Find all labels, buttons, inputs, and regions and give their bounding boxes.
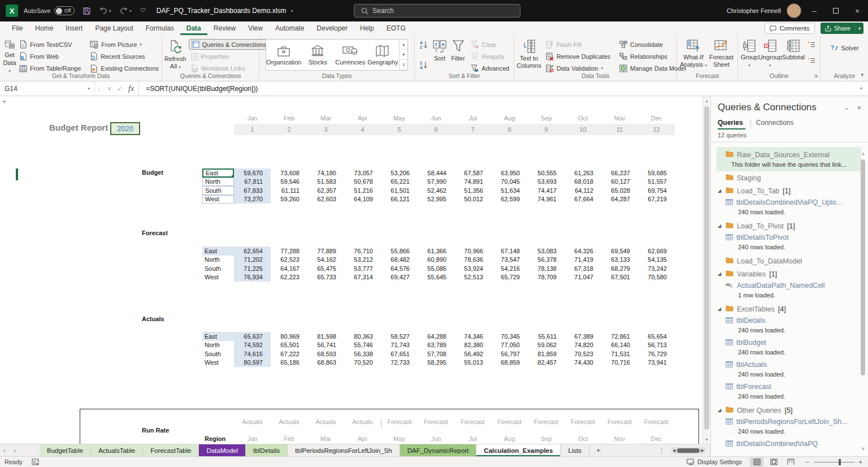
collapse-ribbon-icon[interactable]: ▾ <box>861 72 863 77</box>
value-cell[interactable]: 74,891 <box>454 178 491 187</box>
vertical-scroll-thumb[interactable] <box>704 106 709 430</box>
value-cell[interactable]: 59,062 <box>528 341 565 350</box>
query-folder-item[interactable]: ◢Other Queries[5] <box>717 404 866 417</box>
sheet-tab-daf_dynamicreport[interactable]: DAF_DynamicReport <box>400 444 477 456</box>
value-cell[interactable]: 58,527 <box>381 332 418 341</box>
refresh-all-button[interactable]: Refresh All ▾ <box>164 38 186 74</box>
value-cell[interactable]: 74,820 <box>565 341 601 350</box>
page-layout-view-button[interactable] <box>767 457 780 467</box>
value-cell[interactable]: 64,288 <box>418 332 454 341</box>
value-cell[interactable]: 65,729 <box>491 273 528 282</box>
prev-sheet-icon[interactable]: ‹ <box>3 447 6 455</box>
value-cell[interactable]: 70,966 <box>454 247 491 256</box>
panel-scroll-thumb[interactable] <box>861 159 865 375</box>
insert-function-icon[interactable]: fx <box>128 84 134 93</box>
value-cell[interactable]: 71,047 <box>565 273 601 282</box>
menu-tab-view[interactable]: View <box>242 21 269 35</box>
menu-tab-insert[interactable]: Insert <box>59 21 89 35</box>
value-cell[interactable]: 73,057 <box>344 168 381 178</box>
value-cell[interactable]: 74,616 <box>234 349 271 358</box>
forecast-sheet-button[interactable]: Forecast Sheet <box>708 38 736 74</box>
value-cell[interactable]: 64,287 <box>601 195 638 204</box>
minimize-button[interactable]: – <box>804 0 825 21</box>
horizontal-scroll-thumb[interactable] <box>677 448 699 453</box>
scroll-down-icon[interactable]: ▼ <box>703 435 710 444</box>
gallery-down-icon[interactable]: ▼ <box>400 50 407 60</box>
quick-access-menu-icon[interactable] <box>140 7 146 14</box>
value-cell[interactable]: 68,863 <box>307 358 344 367</box>
value-cell[interactable]: 59,685 <box>638 168 675 178</box>
document-title[interactable]: DAF_PQ_Tracker_Dashboards Demo.xlsm▾ <box>157 7 293 15</box>
value-cell[interactable]: 77,889 <box>307 247 344 256</box>
name-box[interactable]: G14 ▾ <box>0 81 95 96</box>
value-cell[interactable]: 77,288 <box>271 247 307 256</box>
hscroll-right-icon[interactable]: ▶ <box>701 448 704 453</box>
comments-button[interactable]: Comments <box>765 23 814 34</box>
enter-formula-icon[interactable]: ✓ <box>117 85 123 93</box>
value-cell[interactable]: 59,260 <box>271 195 307 204</box>
value-cell[interactable]: 82,457 <box>528 358 565 367</box>
value-cell[interactable]: 51,634 <box>491 186 528 195</box>
value-cell[interactable]: 74,346 <box>454 332 491 341</box>
region-cell[interactable]: South <box>202 264 234 273</box>
value-cell[interactable]: 51,557 <box>638 178 675 187</box>
outline-dialog-launcher-icon[interactable]: ⇲ <box>814 73 818 79</box>
menu-tab-eotg[interactable]: EOTG <box>380 21 412 35</box>
value-cell[interactable]: 63,950 <box>491 168 528 178</box>
zoom-in-icon[interactable]: + <box>859 459 862 465</box>
budget-table[interactable]: East59,67073,60874,18073,05753,20658,444… <box>202 168 675 204</box>
value-cell[interactable]: 67,664 <box>565 195 601 204</box>
data-type-stocks[interactable]: Stocks <box>301 40 334 70</box>
query-item[interactable]: ᴬᴮcActualDataPath_NamedCell1 row loaded. <box>717 280 866 300</box>
value-cell[interactable]: 81,598 <box>307 332 344 341</box>
panel-close-icon[interactable]: × <box>857 103 861 112</box>
query-item[interactable]: tblDetailsCombinedViaPQ_Uplo...240 rows … <box>717 197 866 217</box>
value-cell[interactable]: 50,555 <box>528 168 565 178</box>
panel-tab-connections[interactable]: Connections <box>756 118 798 129</box>
value-cell[interactable]: 65,501 <box>271 341 307 350</box>
value-cell[interactable]: 67,501 <box>601 273 638 282</box>
value-cell[interactable]: 68,593 <box>307 349 344 358</box>
value-cell[interactable]: 51,216 <box>344 186 381 195</box>
menu-tab-home[interactable]: Home <box>29 21 59 35</box>
active-cell[interactable]: East <box>202 168 234 178</box>
query-item[interactable]: tblDetailsCombinedViaPQ <box>717 439 866 448</box>
value-cell[interactable]: 70,716 <box>601 358 638 367</box>
value-cell[interactable]: 55,611 <box>528 332 565 341</box>
subtotal-button[interactable]: Subtotal <box>782 38 805 74</box>
value-cell[interactable]: 68,482 <box>381 256 418 265</box>
query-name-row[interactable]: tblForecast <box>717 382 866 391</box>
value-cell[interactable]: 60,890 <box>418 256 454 265</box>
value-cell[interactable]: 74,430 <box>565 358 601 367</box>
value-cell[interactable]: 70,580 <box>638 273 675 282</box>
value-cell[interactable]: 65,654 <box>638 332 675 341</box>
group-button[interactable]: Group▾ <box>740 38 758 74</box>
selected-folder-block[interactable]: Raw_Data_Sources_ExternalThis folder wil… <box>717 147 861 171</box>
value-cell[interactable]: 66,237 <box>601 168 638 178</box>
query-folder-item[interactable]: ◢ExcelTables[4] <box>717 302 866 315</box>
query-name-row[interactable]: tblDetails <box>717 315 866 325</box>
solver-button[interactable]: ? Solver <box>828 42 861 54</box>
value-cell[interactable]: 64,109 <box>344 195 381 204</box>
panel-collapse-icon[interactable]: ⌄ <box>844 104 849 111</box>
value-cell[interactable]: 73,242 <box>638 264 675 273</box>
tab-overflow-icon[interactable]: ⋮ <box>658 447 665 455</box>
value-cell[interactable]: 65,733 <box>307 273 344 282</box>
value-cell[interactable]: 66,140 <box>601 341 638 350</box>
panel-tab-queries[interactable]: Queries <box>718 118 745 129</box>
value-cell[interactable]: 80,363 <box>344 332 381 341</box>
value-cell[interactable]: 74,180 <box>307 168 344 178</box>
menu-tab-page-layout[interactable]: Page Layout <box>89 21 139 35</box>
gallery-scrollbar[interactable]: ▲ ▼ ⊽ <box>399 40 407 70</box>
value-cell[interactable]: 62,654 <box>234 247 271 256</box>
value-cell[interactable]: 74,592 <box>234 341 271 350</box>
data-type-organization[interactable]: Organization <box>266 40 301 70</box>
value-cell[interactable]: 70,523 <box>565 349 601 358</box>
value-cell[interactable]: 67,389 <box>565 332 601 341</box>
expand-triangle-icon[interactable]: ◢ <box>717 223 722 228</box>
region-cell[interactable]: West <box>202 195 234 204</box>
value-cell[interactable]: 56,492 <box>454 349 491 358</box>
value-cell[interactable]: 71,419 <box>565 256 601 265</box>
value-cell[interactable]: 54,135 <box>638 256 675 265</box>
value-cell[interactable]: 56,713 <box>638 341 675 350</box>
